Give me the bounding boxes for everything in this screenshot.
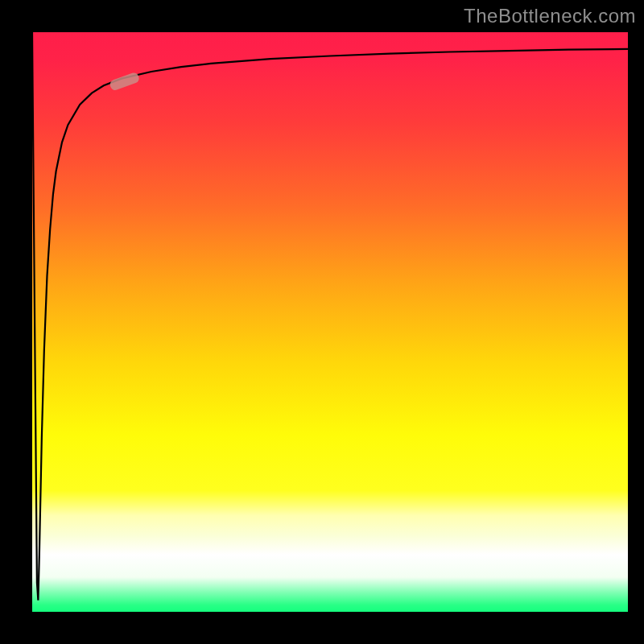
watermark-text: TheBottleneck.com — [464, 5, 636, 27]
plot-area — [32, 32, 628, 612]
curve-svg — [32, 32, 628, 612]
chart-frame: TheBottleneck.com — [0, 0, 644, 644]
bottleneck-curve — [32, 32, 628, 601]
curve-marker — [109, 72, 140, 92]
marker-pill — [109, 72, 140, 92]
